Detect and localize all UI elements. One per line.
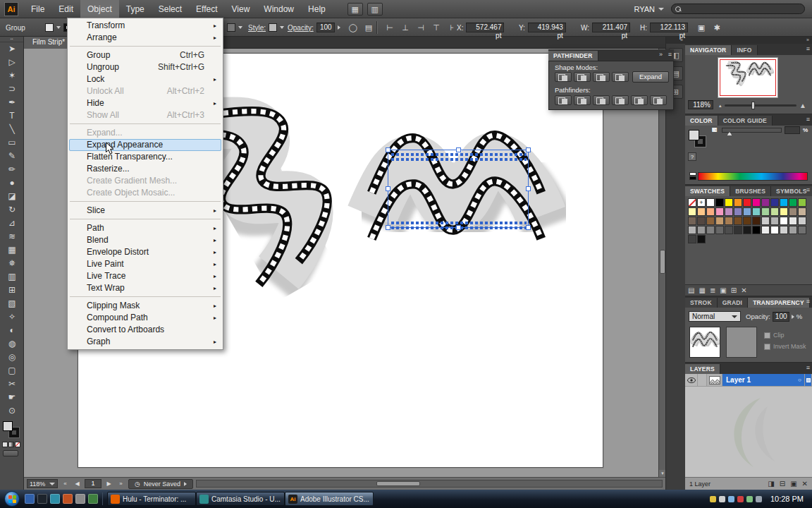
swatch[interactable] [789,207,797,216]
scale-tool[interactable]: ⊿ [0,217,24,230]
menu-item[interactable]: Clipping Mask ▸ [68,300,223,312]
menu[interactable]: Help [301,0,333,18]
tray-icon-2[interactable] [719,496,725,502]
zoom-tool[interactable]: ⊙ [0,404,24,418]
black-well[interactable] [689,176,696,180]
menu[interactable]: Type [119,0,152,18]
divide-button[interactable] [555,95,572,105]
fill-color-well[interactable] [689,130,699,140]
transform-options-icon[interactable]: ▣ [695,22,708,33]
swatch[interactable] [770,207,779,216]
color-button[interactable] [2,442,8,447]
tray-icon-3[interactable] [728,496,734,502]
quick-launch-icon-4[interactable] [63,494,73,504]
menu[interactable]: Edit [51,0,80,18]
taskbar-app-camtasia[interactable]: Camtasia Studio - U... [196,492,285,506]
isolate-icon[interactable]: ✱ [710,22,723,33]
panel-menu-icon[interactable]: ≡ [806,45,810,52]
new-layer-icon[interactable]: ▣ [790,480,796,488]
swatch[interactable] [688,217,696,225]
align-right-icon[interactable]: ⊣ [414,22,427,33]
menu-item[interactable]: Create Gradient Mesh... ▸ [68,175,223,187]
new-sublayer-icon[interactable]: ⊟ [780,480,785,488]
trim-button[interactable] [574,95,591,105]
w-field[interactable]: 211.407 pt [592,23,630,32]
object-thumbnail[interactable] [689,327,720,358]
menu-item[interactable]: Arrange ▸ [68,32,223,44]
y-field[interactable]: 419.943 pt [528,23,566,32]
workspace-switcher[interactable]: RYAN [627,5,671,13]
eraser-tool[interactable]: ◪ [0,190,24,203]
horizontal-scrollbar[interactable] [196,480,663,488]
delete-layer-icon[interactable]: ✕ [802,480,808,488]
align-top-icon[interactable]: ⊤ [430,22,443,33]
layer-selection-chip[interactable] [805,374,812,386]
layer-name[interactable]: Layer 1 [722,374,795,386]
swatch[interactable] [697,217,706,225]
visibility-toggle[interactable] [685,374,698,386]
swatch[interactable] [734,217,742,225]
swatch[interactable] [743,207,751,216]
opacity-field[interactable]: 100 [316,23,335,32]
invert-mask-checkbox[interactable] [764,344,770,350]
menu-item[interactable]: Transform ▸ [68,20,223,32]
type-tool[interactable]: T [0,109,24,123]
menu-item[interactable]: Path ▸ [68,222,223,234]
new-color-group-icon[interactable]: ▣ [720,286,726,294]
menu[interactable]: Object [80,0,119,18]
h-field[interactable]: 122.113 pt [650,23,688,32]
tray-icon-1[interactable] [710,496,716,502]
scrollbar-thumb[interactable] [376,481,420,486]
fill-color-well[interactable] [45,23,54,32]
quick-launch-icon-3[interactable] [50,494,60,504]
menu[interactable]: View [225,0,257,18]
eyedropper-tool[interactable]: ✧ [0,310,24,324]
intersect-button[interactable] [593,72,610,82]
unite-button[interactable] [555,72,572,82]
quick-launch-icon-1[interactable] [25,494,35,504]
swatch[interactable] [780,207,788,216]
zoom-level-select[interactable]: 118% [27,479,58,488]
panel-menu-icon[interactable]: ≡ [806,364,810,371]
panel-menu-icon[interactable]: ≡ [806,186,810,193]
opacity-control[interactable]: Opacity: 100 [288,18,340,37]
swatch[interactable] [706,207,715,216]
menu[interactable]: Select [152,0,189,18]
swatch[interactable] [743,198,751,207]
swatch[interactable] [798,198,806,207]
swatch[interactable] [697,207,706,216]
out-of-gamut-icon[interactable]: ? [688,152,696,161]
swatch[interactable] [761,217,770,225]
panel-tab[interactable]: GRADI [718,298,748,308]
panel-tab[interactable]: STROK [685,298,718,308]
bridge-icon[interactable]: ▦ [347,3,363,16]
last-page-button[interactable]: » [116,479,125,488]
swatch[interactable] [715,226,724,234]
swatch[interactable] [734,198,742,207]
swatch[interactable] [734,207,742,216]
channel-value-field[interactable] [785,126,800,134]
swatch[interactable] [743,226,751,234]
selection-tool[interactable]: ➤ [0,42,24,56]
menu-item[interactable]: Rasterize... ▸ [68,163,223,175]
style-control[interactable]: Style: [248,18,284,37]
taskbar-clock[interactable]: 10:28 PM [770,495,804,503]
opacity-field[interactable]: 100 [773,312,789,322]
panel-tab[interactable]: COLOR [685,116,718,126]
arrange-documents-icon[interactable]: ▥ [367,3,383,16]
swatch[interactable] [688,226,696,234]
live-paint-bucket-tool[interactable]: ◍ [0,337,24,351]
blob-brush-tool[interactable]: ● [0,176,24,190]
brush-definition[interactable] [227,18,242,37]
tray-icon-4[interactable] [737,496,744,502]
swatch-kinds-icon[interactable]: ▦ [699,286,705,294]
swatch[interactable] [752,207,761,216]
selection-bounding-box[interactable] [388,150,529,228]
hand-tool[interactable]: ☛ [0,391,24,404]
collapse-dock-button[interactable]: » [685,37,812,44]
menu-item[interactable]: Expand... ▸ [68,127,223,139]
panel-tab[interactable]: BRUSHES [730,186,771,196]
clip-checkbox[interactable] [764,332,770,339]
magic-wand-tool[interactable]: ✶ [0,69,24,83]
document-setup-icon[interactable]: ▤ [362,22,375,33]
